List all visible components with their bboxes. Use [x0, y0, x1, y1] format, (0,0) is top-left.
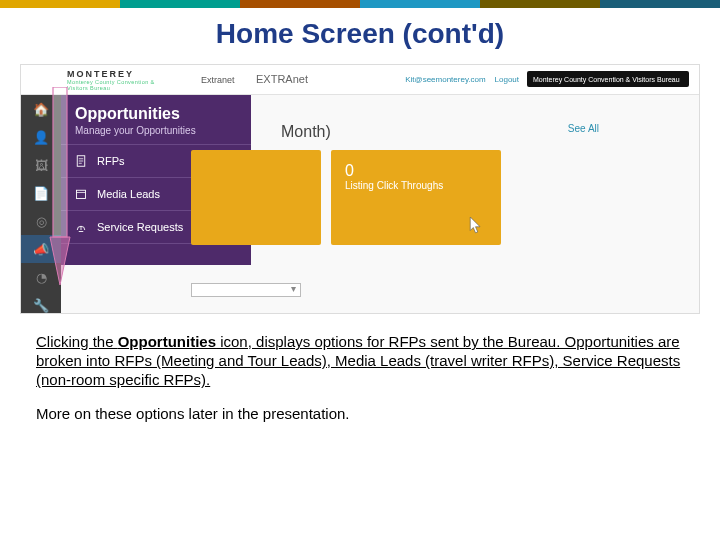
- svg-rect-1: [77, 190, 86, 198]
- screenshot-mock: MONTEREY Monterey County Convention & Vi…: [20, 64, 700, 314]
- logo-tagline: Monterey County Convention & Visitors Bu…: [67, 79, 177, 91]
- flyout-item-label: Media Leads: [97, 188, 160, 200]
- stat-value: 0: [345, 162, 487, 180]
- text: Clicking the: [36, 333, 118, 350]
- doc-icon: [75, 155, 87, 167]
- stripe-seg: [0, 0, 120, 8]
- dropdown-placeholder[interactable]: [191, 283, 301, 297]
- org-selector[interactable]: Monterey County Convention & Visitors Bu…: [527, 71, 689, 87]
- service-icon: [75, 221, 87, 233]
- logo-brand: MONTEREY: [67, 69, 177, 79]
- logout-link[interactable]: Logout: [495, 75, 519, 84]
- reports-icon[interactable]: ◔: [21, 263, 61, 291]
- see-all-link[interactable]: See All: [568, 123, 599, 134]
- opportunities-icon[interactable]: 📣: [21, 235, 61, 263]
- stripe-seg: [480, 0, 600, 8]
- calendar-icon: [75, 188, 87, 200]
- paragraph-1: Clicking the Opportunities icon, display…: [36, 332, 684, 390]
- extranet-label-large: EXTRAnet: [256, 73, 308, 85]
- target-icon[interactable]: ◎: [21, 207, 61, 235]
- media-icon[interactable]: 🖼: [21, 151, 61, 179]
- stripe-seg: [120, 0, 240, 8]
- stripe-seg: [240, 0, 360, 8]
- slide-title: Home Screen (cont'd): [0, 18, 720, 50]
- strong-opportunities: Opportunities: [118, 333, 216, 350]
- paragraph-2: More on these options later in the prese…: [36, 404, 684, 423]
- period-label: Month): [281, 123, 331, 141]
- flyout-subtitle: Manage your Opportunities: [61, 125, 251, 145]
- stripe-seg: [600, 0, 720, 8]
- nav-iconbar: 🏠 👤 🖼 📄 ◎ 📣 ◔ 🔧: [21, 95, 61, 313]
- flyout-item-label: RFPs: [97, 155, 125, 167]
- stat-card-blank: [191, 150, 321, 245]
- cursor-icon: [465, 215, 483, 237]
- stat-label: Listing Click Throughs: [345, 180, 487, 191]
- profile-icon[interactable]: 👤: [21, 123, 61, 151]
- stat-card-listing-clicks[interactable]: 0 Listing Click Throughs: [331, 150, 501, 245]
- user-area: Kit@seemonterey.com Logout: [405, 75, 519, 84]
- flyout-item-label: Service Requests: [97, 221, 183, 233]
- extranet-label-small: Extranet: [201, 75, 235, 85]
- misc-icon[interactable]: 📄: [21, 179, 61, 207]
- logo: MONTEREY Monterey County Convention & Vi…: [67, 69, 177, 91]
- settings-icon[interactable]: 🔧: [21, 291, 61, 314]
- flyout-title: Opportunities: [61, 95, 251, 125]
- slide-body: Clicking the Opportunities icon, display…: [36, 332, 684, 423]
- stripe-seg: [360, 0, 480, 8]
- home-icon[interactable]: 🏠: [21, 95, 61, 123]
- user-email-link[interactable]: Kit@seemonterey.com: [405, 75, 485, 84]
- color-stripe: [0, 0, 720, 8]
- app-header: MONTEREY Monterey County Convention & Vi…: [21, 65, 699, 95]
